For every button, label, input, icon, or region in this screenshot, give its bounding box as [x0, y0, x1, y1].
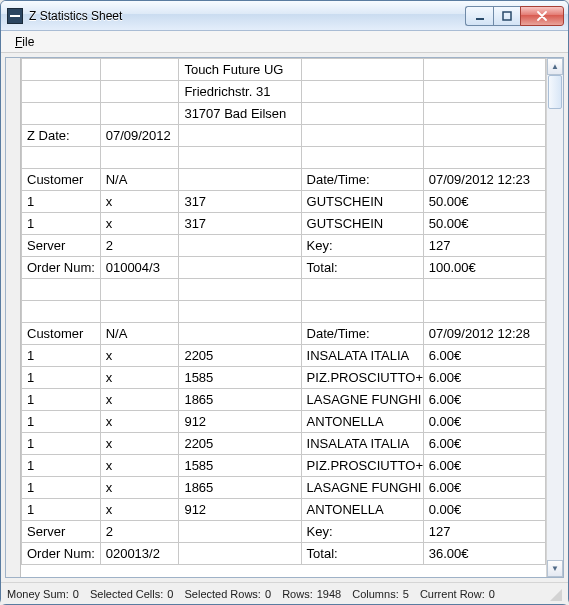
cell[interactable]: [301, 103, 423, 125]
cell[interactable]: 010004/3: [100, 257, 179, 279]
cell[interactable]: 6.00€: [423, 345, 545, 367]
cell[interactable]: x: [100, 367, 179, 389]
table-row[interactable]: 31707 Bad Eilsen: [22, 103, 546, 125]
cell[interactable]: Customer: [22, 169, 101, 191]
cell[interactable]: 2: [100, 235, 179, 257]
scroll-thumb[interactable]: [548, 75, 562, 109]
cell[interactable]: [423, 81, 545, 103]
cell[interactable]: [100, 103, 179, 125]
cell[interactable]: 6.00€: [423, 477, 545, 499]
close-button[interactable]: [520, 6, 564, 26]
cell[interactable]: 6.00€: [423, 433, 545, 455]
table-row[interactable]: CustomerN/ADate/Time:07/09/2012 12:28: [22, 323, 546, 345]
cell[interactable]: 1: [22, 499, 101, 521]
cell[interactable]: 1: [22, 191, 101, 213]
cell[interactable]: 317: [179, 191, 301, 213]
cell[interactable]: N/A: [100, 323, 179, 345]
cell[interactable]: x: [100, 345, 179, 367]
cell[interactable]: Key:: [301, 235, 423, 257]
cell[interactable]: 07/09/2012 12:23: [423, 169, 545, 191]
cell[interactable]: x: [100, 499, 179, 521]
cell[interactable]: Order Num:: [22, 257, 101, 279]
cell[interactable]: 2205: [179, 345, 301, 367]
cell[interactable]: [423, 301, 545, 323]
cell[interactable]: x: [100, 455, 179, 477]
cell[interactable]: Total:: [301, 257, 423, 279]
cell[interactable]: [179, 301, 301, 323]
cell[interactable]: 50.00€: [423, 213, 545, 235]
cell[interactable]: x: [100, 389, 179, 411]
menu-file[interactable]: File: [7, 33, 42, 51]
resize-grip[interactable]: [548, 587, 562, 601]
table-row[interactable]: [22, 301, 546, 323]
cell[interactable]: [423, 59, 545, 81]
cell[interactable]: INSALATA ITALIA: [301, 433, 423, 455]
cell[interactable]: PIZ.PROSCIUTTO+: [301, 455, 423, 477]
cell[interactable]: 1: [22, 455, 101, 477]
vertical-scrollbar[interactable]: ▲ ▼: [546, 58, 563, 577]
cell[interactable]: [179, 147, 301, 169]
table-row[interactable]: 1x912ANTONELLA0.00€: [22, 499, 546, 521]
cell[interactable]: [22, 103, 101, 125]
cell[interactable]: Z Date:: [22, 125, 101, 147]
cell[interactable]: Touch Future UG: [179, 59, 301, 81]
cell[interactable]: Order Num:: [22, 543, 101, 565]
cell[interactable]: [100, 81, 179, 103]
cell[interactable]: [22, 301, 101, 323]
cell[interactable]: [301, 301, 423, 323]
cell[interactable]: 50.00€: [423, 191, 545, 213]
cell[interactable]: 1: [22, 389, 101, 411]
table-row[interactable]: 1x317GUTSCHEIN50.00€: [22, 213, 546, 235]
cell[interactable]: 6.00€: [423, 367, 545, 389]
cell[interactable]: [22, 81, 101, 103]
table-row[interactable]: Z Date:07/09/2012: [22, 125, 546, 147]
cell[interactable]: 127: [423, 235, 545, 257]
cell[interactable]: 31707 Bad Eilsen: [179, 103, 301, 125]
table-row[interactable]: 1x1585PIZ.PROSCIUTTO+6.00€: [22, 367, 546, 389]
cell[interactable]: Friedrichstr. 31: [179, 81, 301, 103]
minimize-button[interactable]: [465, 6, 493, 26]
cell[interactable]: [179, 169, 301, 191]
cell[interactable]: 317: [179, 213, 301, 235]
cell[interactable]: x: [100, 213, 179, 235]
cell[interactable]: [100, 59, 179, 81]
cell[interactable]: [179, 521, 301, 543]
table-row[interactable]: CustomerN/ADate/Time:07/09/2012 12:23: [22, 169, 546, 191]
table-row[interactable]: 1x317GUTSCHEIN50.00€: [22, 191, 546, 213]
grid-scroll-area[interactable]: Touch Future UGFriedrichstr. 3131707 Bad…: [21, 58, 546, 577]
table-row[interactable]: 1x2205INSALATA ITALIA6.00€: [22, 433, 546, 455]
cell[interactable]: 1585: [179, 455, 301, 477]
cell[interactable]: 0.00€: [423, 411, 545, 433]
cell[interactable]: [301, 59, 423, 81]
cell[interactable]: [301, 81, 423, 103]
cell[interactable]: 2205: [179, 433, 301, 455]
cell[interactable]: [301, 279, 423, 301]
cell[interactable]: Total:: [301, 543, 423, 565]
scroll-up-button[interactable]: ▲: [547, 58, 563, 75]
table-row[interactable]: Friedrichstr. 31: [22, 81, 546, 103]
table-row[interactable]: 1x912ANTONELLA0.00€: [22, 411, 546, 433]
cell[interactable]: [301, 125, 423, 147]
cell[interactable]: [423, 279, 545, 301]
cell[interactable]: [179, 279, 301, 301]
cell[interactable]: 1: [22, 433, 101, 455]
cell[interactable]: [179, 125, 301, 147]
cell[interactable]: Key:: [301, 521, 423, 543]
spreadsheet-table[interactable]: Touch Future UGFriedrichstr. 3131707 Bad…: [21, 58, 546, 565]
cell[interactable]: 1865: [179, 389, 301, 411]
table-row[interactable]: Server2Key:127: [22, 235, 546, 257]
table-row[interactable]: 1x1865LASAGNE FUNGHI6.00€: [22, 389, 546, 411]
cell[interactable]: [423, 125, 545, 147]
table-row[interactable]: Touch Future UG: [22, 59, 546, 81]
cell[interactable]: Server: [22, 235, 101, 257]
cell[interactable]: ANTONELLA: [301, 499, 423, 521]
table-row[interactable]: [22, 147, 546, 169]
cell[interactable]: GUTSCHEIN: [301, 191, 423, 213]
cell[interactable]: 020013/2: [100, 543, 179, 565]
cell[interactable]: PIZ.PROSCIUTTO+: [301, 367, 423, 389]
cell[interactable]: [179, 257, 301, 279]
cell[interactable]: [179, 323, 301, 345]
cell[interactable]: N/A: [100, 169, 179, 191]
cell[interactable]: ANTONELLA: [301, 411, 423, 433]
cell[interactable]: [100, 279, 179, 301]
